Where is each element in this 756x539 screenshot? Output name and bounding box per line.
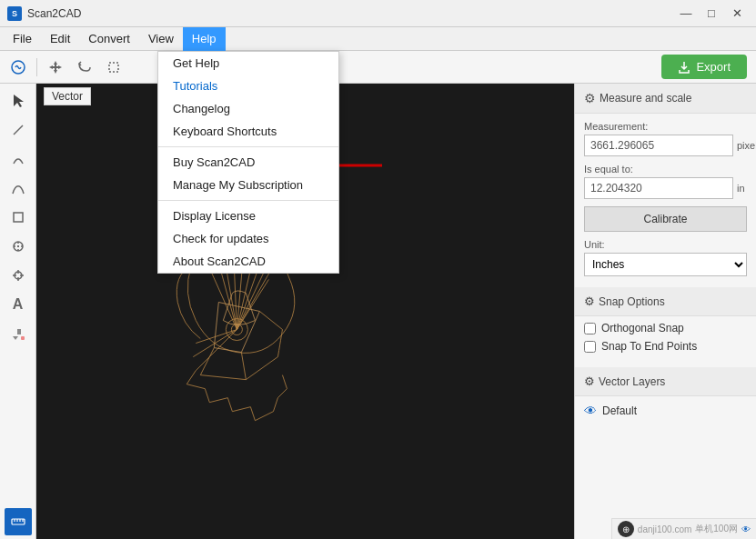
measurement-label: Measurement: xyxy=(584,121,747,132)
isequal-input[interactable] xyxy=(584,177,733,199)
measure-scale-header: ⚙ Measure and scale xyxy=(575,84,756,114)
help-sep2 xyxy=(158,200,338,201)
app-icon: S xyxy=(7,6,22,21)
svg-line-32 xyxy=(259,312,282,330)
snap-endpoints-row: Snap To End Points xyxy=(584,340,747,353)
snap-endpoints-checkbox[interactable] xyxy=(584,341,596,353)
layers-icon: ⚙ xyxy=(584,374,595,388)
svg-line-30 xyxy=(200,348,214,375)
svg-line-35 xyxy=(196,330,237,371)
orthogonal-snap-label: Orthogonal Snap xyxy=(601,322,684,334)
main-area: A Vector xyxy=(0,84,756,539)
svg-line-2 xyxy=(14,125,23,135)
orthogonal-snap-row: Orthogonal Snap xyxy=(584,322,747,334)
tool-bezier[interactable] xyxy=(5,175,32,202)
layer-eye-icon[interactable]: 👁 xyxy=(584,404,597,418)
measurement-input[interactable] xyxy=(584,135,733,156)
vector-layers-title: Vector Layers xyxy=(599,375,665,388)
tool-crosshair[interactable] xyxy=(5,262,32,289)
help-buy[interactable]: Buy Scan2CAD xyxy=(158,151,338,174)
toolbar: Export xyxy=(0,51,756,84)
layers-section: 👁 Default xyxy=(575,396,756,425)
svg-line-34 xyxy=(193,330,237,357)
tool-select[interactable] xyxy=(5,87,32,115)
menu-convert[interactable]: Convert xyxy=(79,27,139,51)
unit-label: Unit: xyxy=(584,239,747,250)
isequal-label: Is equal to: xyxy=(584,164,747,175)
export-button[interactable]: Export xyxy=(661,55,747,79)
help-about[interactable]: About Scan2CAD xyxy=(158,250,338,273)
watermark-text: danji100.com xyxy=(638,524,691,534)
measurement-row: pixels xyxy=(584,135,747,156)
tool-line[interactable] xyxy=(5,116,32,144)
tool-rect[interactable] xyxy=(5,204,32,231)
menu-view[interactable]: View xyxy=(139,27,183,51)
title-bar: S Scan2CAD — □ ✕ xyxy=(0,0,756,27)
help-keyboard-shortcuts[interactable]: Keyboard Shortcuts xyxy=(158,120,338,143)
toolbar-scan-button[interactable] xyxy=(5,55,31,80)
tool-fill[interactable] xyxy=(5,320,32,347)
maximize-button[interactable]: □ xyxy=(700,5,723,23)
snap-options-header: ⚙ Snap Options xyxy=(575,287,756,316)
svg-rect-1 xyxy=(109,63,118,72)
layer-default-label: Default xyxy=(602,404,637,417)
snap-endpoints-label: Snap To End Points xyxy=(601,340,697,353)
svg-line-31 xyxy=(241,353,246,380)
measure-section: Measurement: pixels Is equal to: in Cali… xyxy=(575,114,756,284)
measure-title: Measure and scale xyxy=(600,92,691,105)
close-button[interactable]: ✕ xyxy=(725,5,749,23)
watermark: ⊕ danji100.com 单机100网 👁 xyxy=(611,518,756,539)
window-controls: — □ ✕ xyxy=(674,5,749,23)
unit-select[interactable]: Inches Millimeters Centimeters Feet Mete… xyxy=(584,253,747,276)
watermark-eye-icon: 👁 xyxy=(741,524,751,534)
snap-section: Orthogonal Snap Snap To End Points xyxy=(575,316,756,364)
tool-circle[interactable] xyxy=(5,233,32,260)
menu-bar: File Edit Convert View Help xyxy=(0,27,756,51)
app-title: Scan2CAD xyxy=(27,7,674,20)
svg-rect-12 xyxy=(21,336,25,340)
help-sep1 xyxy=(158,146,338,147)
help-display-license[interactable]: Display License xyxy=(158,205,338,227)
watermark-icon: ⊕ xyxy=(618,521,634,537)
snap-icon: ⚙ xyxy=(584,294,595,308)
help-changelog[interactable]: Changelog xyxy=(158,97,338,120)
help-check-updates[interactable]: Check for updates xyxy=(158,227,338,250)
isequal-unit: in xyxy=(737,183,756,194)
svg-line-33 xyxy=(196,330,237,344)
layer-default-row: 👁 Default xyxy=(584,402,747,420)
svg-line-29 xyxy=(237,279,268,329)
snap-title: Snap Options xyxy=(599,295,665,308)
calibrate-button[interactable]: Calibrate xyxy=(584,206,747,232)
measurement-unit: pixels xyxy=(737,140,756,151)
measure-icon: ⚙ xyxy=(584,91,596,105)
help-dropdown-menu: Get Help Tutorials Changelog Keyboard Sh… xyxy=(157,51,339,274)
menu-help[interactable]: Help xyxy=(183,27,226,51)
right-panel: ⚙ Measure and scale Measurement: pixels … xyxy=(574,84,756,539)
svg-rect-3 xyxy=(14,213,23,222)
help-get-help[interactable]: Get Help xyxy=(158,52,338,75)
help-tutorials[interactable]: Tutorials xyxy=(158,75,338,97)
toolbar-undo-button[interactable] xyxy=(72,55,97,80)
toolbar-sep1 xyxy=(36,58,37,76)
toolbar-move-button[interactable] xyxy=(43,55,68,80)
tool-text[interactable]: A xyxy=(5,291,32,318)
vector-layers-header: ⚙ Vector Layers xyxy=(575,367,756,396)
left-toolbar: A xyxy=(0,84,36,539)
toolbar-crop-button[interactable] xyxy=(101,55,126,80)
isequal-row: in xyxy=(584,177,747,199)
help-manage-subscription[interactable]: Manage My Subscription xyxy=(158,174,338,196)
menu-edit[interactable]: Edit xyxy=(41,27,79,51)
tool-measure[interactable] xyxy=(5,508,32,535)
tool-arc[interactable] xyxy=(5,145,32,173)
minimize-button[interactable]: — xyxy=(674,5,698,23)
menu-file[interactable]: File xyxy=(4,27,41,51)
orthogonal-snap-checkbox[interactable] xyxy=(584,323,596,334)
watermark-site: 单机100网 xyxy=(695,523,738,535)
